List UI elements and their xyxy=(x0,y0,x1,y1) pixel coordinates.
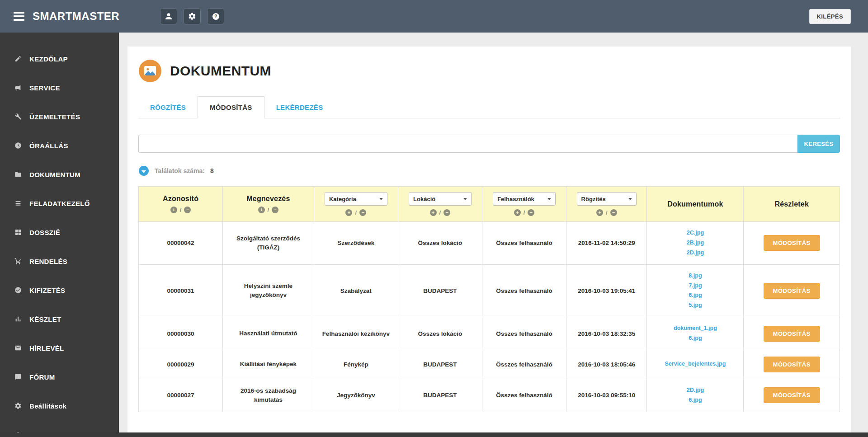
sidebar-item-label: DOKUMENTUM xyxy=(29,171,80,179)
sidebar-item-dosszie[interactable]: DOSSZIÉ xyxy=(0,218,119,247)
sidebar-item-label: ÜZEMELTETÉS xyxy=(29,113,80,121)
bar-chart-icon xyxy=(14,315,23,323)
sort-plus-icon[interactable]: + xyxy=(430,209,437,216)
help-button[interactable]: ? xyxy=(207,8,224,24)
image-icon xyxy=(138,59,162,83)
sort-minus-icon[interactable]: − xyxy=(184,207,191,213)
sidebar-item-label: SERVICE xyxy=(29,84,60,92)
document-link[interactable]: 6.jpg xyxy=(651,291,740,301)
sidebar-item-feladatkezelo[interactable]: FELADATKEZELŐ xyxy=(0,189,119,218)
search-button[interactable]: KERESÉS xyxy=(797,135,840,153)
topbar: SMARTMASTER ? KILÉPÉS xyxy=(0,0,868,33)
sidebar-item-beallitasok[interactable]: Beállítások xyxy=(0,391,119,420)
sidebar-item-dokumentum[interactable]: DOKUMENTUM xyxy=(0,160,119,189)
modositas-button[interactable]: MÓDOSÍTÁS xyxy=(764,283,820,299)
hamburger-menu-icon[interactable] xyxy=(14,10,24,23)
sidebar-item-kezdolap[interactable]: KEZDŐLAP xyxy=(0,44,119,73)
chat-icon xyxy=(14,373,23,381)
logout-button[interactable]: KILÉPÉS xyxy=(809,9,851,24)
sort-minus-icon[interactable]: − xyxy=(443,209,450,216)
row-location-cell: BUDAPEST xyxy=(398,264,482,317)
document-link[interactable]: 2D.jpg xyxy=(651,248,740,258)
row-name-cell: Szolgáltató szerződés (TIGÁZ) xyxy=(223,222,314,265)
row-location-cell: BUDAPEST xyxy=(398,379,482,412)
row-documents-cell: 2C.jpg 2B.jpg 2D.jpg xyxy=(647,222,744,265)
chevron-down-icon xyxy=(463,198,467,200)
sidebar-item-rendeles[interactable]: RENDELÉS xyxy=(0,247,119,276)
gear-icon xyxy=(188,12,196,20)
sidebar-item-keszlet[interactable]: KÉSZLET xyxy=(0,305,119,334)
document-link[interactable]: Service_bejelentes.jpg xyxy=(651,359,740,369)
wrench-icon xyxy=(14,113,23,120)
table-row: 00000027 2016-os szabadság kimutatás Jeg… xyxy=(139,379,840,412)
sidebar-item-forum[interactable]: FÓRUM xyxy=(0,362,119,391)
sort-plus-icon[interactable]: + xyxy=(514,209,521,216)
row-category-cell: Szerződések xyxy=(314,222,398,265)
document-link[interactable]: dokument_1.jpg xyxy=(651,324,740,334)
document-link[interactable]: 2B.jpg xyxy=(651,238,740,248)
settings-button[interactable] xyxy=(184,8,201,24)
sidebar-item-hirlevel[interactable]: HÍRLEVÉL xyxy=(0,334,119,362)
document-link[interactable]: 7.jpg xyxy=(651,281,740,291)
column-header-kategoria: Kategória + / − xyxy=(314,187,398,222)
kategoria-filter-select[interactable]: Kategória xyxy=(325,192,387,206)
row-recorded-cell: 2016-10-03 09:55:10 xyxy=(566,379,647,412)
sort-separator: / xyxy=(606,209,608,216)
row-documents-cell: Service_bejelentes.jpg xyxy=(647,350,744,379)
column-header-dokumentumok: Dokumentumok xyxy=(647,187,744,222)
sort-separator: / xyxy=(268,207,269,213)
content-card: DOKUMENTUM RÖGZÍTÉS MÓDOSÍTÁS LEKÉRDEZÉS… xyxy=(127,47,851,437)
table-row: 00000042 Szolgáltató szerződés (TIGÁZ) S… xyxy=(139,222,840,265)
document-link[interactable]: 8.jpg xyxy=(651,271,740,281)
modositas-button[interactable]: MÓDOSÍTÁS xyxy=(764,387,820,403)
document-link[interactable]: 2C.jpg xyxy=(651,228,740,238)
felhasznalok-filter-select[interactable]: Felhasználók xyxy=(493,192,556,206)
tab-rogzites[interactable]: RÖGZÍTÉS xyxy=(138,96,198,118)
document-link[interactable]: 2D.jpg xyxy=(651,385,740,395)
page-title: DOKUMENTUM xyxy=(170,63,271,79)
brand-title: SMARTMASTER xyxy=(33,10,119,23)
svg-text:?: ? xyxy=(214,14,217,19)
results-label: Találatok száma: xyxy=(155,167,205,174)
circle-down-arrow-icon[interactable] xyxy=(138,165,149,176)
grid-icon xyxy=(14,229,23,236)
tab-lekerdezes[interactable]: LEKÉRDEZÉS xyxy=(264,96,335,118)
row-location-cell: BUDAPEST xyxy=(398,350,482,379)
sort-separator: / xyxy=(524,209,525,216)
document-link[interactable]: 6.jpg xyxy=(651,334,740,343)
sort-plus-icon[interactable]: + xyxy=(170,207,177,213)
sidebar-item-label: Beállítások xyxy=(29,402,67,410)
modositas-button[interactable]: MÓDOSÍTÁS xyxy=(764,357,820,372)
sort-minus-icon[interactable]: − xyxy=(359,209,366,216)
modositas-button[interactable]: MÓDOSÍTÁS xyxy=(764,326,820,342)
search-input[interactable] xyxy=(138,135,797,153)
column-header-azonosito: Azonosító + / − xyxy=(139,187,223,222)
sidebar-item-uzemeltetes[interactable]: ÜZEMELTETÉS xyxy=(0,102,119,131)
document-link[interactable]: 6.jpg xyxy=(651,395,740,405)
sort-minus-icon[interactable]: − xyxy=(272,207,278,213)
row-location-cell: Összes lokáció xyxy=(398,317,482,350)
sort-plus-icon[interactable]: + xyxy=(345,209,352,216)
sort-minus-icon[interactable]: − xyxy=(528,209,534,216)
sidebar-item-label: FÓRUM xyxy=(29,373,55,381)
document-link[interactable]: 5.jpg xyxy=(651,301,740,310)
results-summary: Találatok száma: 8 xyxy=(138,165,840,176)
row-recorded-cell: 2016-10-03 18:05:46 xyxy=(566,350,647,379)
rogzites-filter-select[interactable]: Rögzítés xyxy=(577,192,637,206)
modositas-button[interactable]: MÓDOSÍTÁS xyxy=(764,235,820,251)
sort-plus-icon[interactable]: + xyxy=(596,209,603,216)
sidebar-item-kifizetes[interactable]: KIFIZETÉS xyxy=(0,276,119,305)
tab-modositas[interactable]: MÓDOSÍTÁS xyxy=(198,96,264,118)
sidebar-item-label: RENDELÉS xyxy=(29,258,67,265)
user-icon xyxy=(165,12,173,20)
tab-bar: RÖGZÍTÉS MÓDOSÍTÁS LEKÉRDEZÉS xyxy=(138,96,840,118)
page-header: DOKUMENTUM xyxy=(138,59,840,83)
column-header-reszletek: Részletek xyxy=(744,187,840,222)
sidebar-item-oraallas[interactable]: ÓRAÁLLÁS xyxy=(0,131,119,160)
sort-minus-icon[interactable]: − xyxy=(610,209,617,216)
sidebar-item-service[interactable]: SERVICE xyxy=(0,73,119,102)
lokacio-filter-select[interactable]: Lokáció xyxy=(409,192,472,206)
sort-plus-icon[interactable]: + xyxy=(258,207,265,213)
user-button[interactable] xyxy=(160,8,177,24)
table-header-row: Azonosító + / − Megnevezés + / − xyxy=(139,187,840,222)
